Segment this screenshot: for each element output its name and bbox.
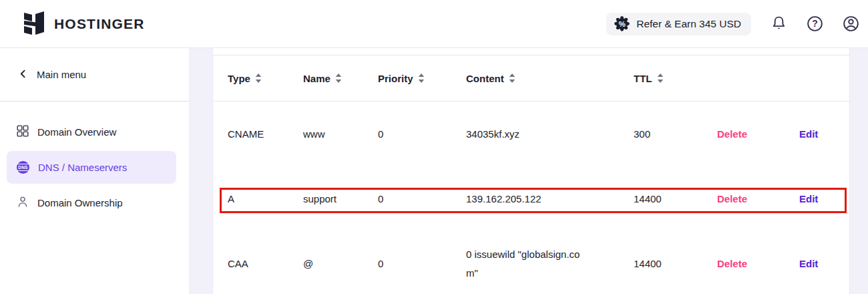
cell-name: support bbox=[303, 193, 378, 204]
sidebar-item-label: DNS / Nameservers bbox=[38, 162, 127, 173]
cell-content: 0 issuewild "globalsign.com" bbox=[466, 245, 585, 283]
cell-priority: 0 bbox=[378, 193, 466, 204]
cell-priority: 0 bbox=[378, 128, 466, 140]
sidebar-item-label: Domain Ownership bbox=[37, 197, 123, 208]
help-icon[interactable]: ? bbox=[806, 15, 824, 33]
refer-earn-label: Refer & Earn 345 USD bbox=[636, 18, 741, 30]
dns-records-panel: Type Name Priority bbox=[189, 48, 868, 294]
person-icon bbox=[17, 196, 29, 210]
cell-priority: 0 bbox=[378, 258, 466, 269]
cell-content: 34035kf.xyz bbox=[466, 125, 585, 144]
bell-icon[interactable] bbox=[770, 15, 788, 33]
column-header-ttl[interactable]: TTL bbox=[634, 73, 717, 84]
table-row-caa: CAA @ 0 0 issuewild "globalsign.com" 144… bbox=[213, 231, 849, 294]
table-row-cname: CNAME www 0 34035kf.xyz 300 Delete Edit bbox=[213, 102, 849, 166]
dns-records-card: Type Name Priority bbox=[212, 48, 850, 294]
grid-icon bbox=[17, 125, 29, 139]
cell-ttl: 14400 bbox=[634, 258, 717, 269]
hostinger-logo[interactable]: HOSTINGER bbox=[23, 10, 145, 38]
sort-icon[interactable] bbox=[657, 74, 664, 83]
cell-ttl: 300 bbox=[634, 128, 717, 140]
svg-text:%: % bbox=[619, 20, 626, 28]
cell-content: 139.162.205.122 bbox=[466, 190, 585, 208]
sidebar-item-domain-overview[interactable]: Domain Overview bbox=[7, 116, 176, 148]
brand-wordmark: HOSTINGER bbox=[54, 16, 145, 32]
sidebar-item-label: Domain Overview bbox=[37, 126, 116, 138]
column-header-type[interactable]: Type bbox=[228, 73, 303, 84]
sort-icon[interactable] bbox=[335, 74, 342, 83]
sort-icon[interactable] bbox=[255, 74, 262, 83]
edit-button[interactable]: Edit bbox=[799, 258, 833, 269]
sort-icon[interactable] bbox=[509, 74, 515, 83]
cell-ttl: 14400 bbox=[634, 193, 717, 204]
sidebar: Main menu Domain Overview DNS DNS / Name… bbox=[0, 48, 189, 294]
dns-table-header: Type Name Priority bbox=[213, 55, 849, 102]
edit-button[interactable]: Edit bbox=[799, 193, 833, 204]
cell-type: A bbox=[228, 193, 303, 204]
main-menu-label: Main menu bbox=[37, 69, 86, 80]
percent-badge-icon: % bbox=[614, 16, 630, 31]
chevron-left-icon bbox=[19, 69, 27, 80]
cell-name: www bbox=[303, 128, 378, 140]
column-header-priority[interactable]: Priority bbox=[378, 73, 466, 84]
sidebar-item-domain-ownership[interactable]: Domain Ownership bbox=[7, 186, 176, 219]
sort-icon[interactable] bbox=[418, 74, 425, 83]
refer-earn-button[interactable]: % Refer & Earn 345 USD bbox=[606, 13, 751, 35]
column-header-name[interactable]: Name bbox=[303, 73, 378, 84]
table-row-a-highlighted: A support 0 139.162.205.122 14400 Delete… bbox=[213, 166, 849, 231]
app-header: HOSTINGER % Refer & Earn 345 USD bbox=[0, 0, 868, 48]
sidebar-nav: Domain Overview DNS DNS / Nameservers Do… bbox=[0, 102, 189, 219]
dns-globe-icon: DNS bbox=[17, 161, 29, 174]
delete-button[interactable]: Delete bbox=[717, 128, 799, 140]
cell-type: CAA bbox=[228, 258, 303, 269]
cell-type: CNAME bbox=[228, 128, 303, 140]
delete-button[interactable]: Delete bbox=[717, 258, 799, 269]
edit-button[interactable]: Edit bbox=[799, 128, 833, 140]
sidebar-item-dns-nameservers[interactable]: DNS DNS / Nameservers bbox=[7, 151, 176, 184]
card-top-divider bbox=[213, 48, 849, 55]
hostinger-logo-icon bbox=[23, 10, 45, 38]
delete-button[interactable]: Delete bbox=[717, 193, 799, 204]
column-header-content[interactable]: Content bbox=[466, 73, 634, 84]
cell-name: @ bbox=[303, 258, 378, 269]
svg-text:?: ? bbox=[812, 18, 818, 29]
main-menu-back[interactable]: Main menu bbox=[0, 48, 189, 102]
account-icon[interactable] bbox=[842, 15, 860, 33]
